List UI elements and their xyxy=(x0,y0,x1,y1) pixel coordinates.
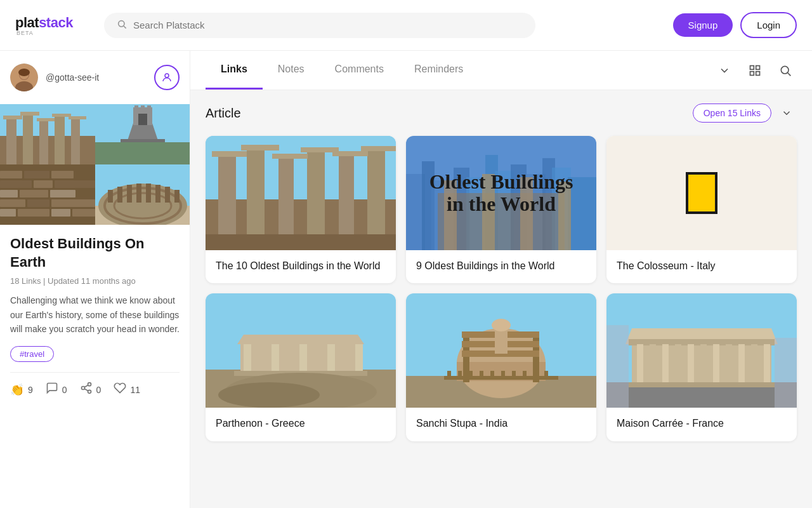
svg-rect-53 xyxy=(117,187,122,203)
likes-action[interactable]: 11 xyxy=(114,382,140,398)
card-4-body: Parthenon - Greece xyxy=(206,408,396,441)
svg-rect-85 xyxy=(206,234,396,250)
claps-count: 9 xyxy=(28,385,33,395)
sidebar-description: Challenging what we think we know about … xyxy=(0,293,190,346)
comments-action[interactable]: 0 xyxy=(46,382,67,398)
open-links-button[interactable]: Open 15 Links xyxy=(693,104,771,123)
svg-rect-160 xyxy=(606,325,629,408)
beta-badge: BETA xyxy=(16,30,34,36)
svg-marker-106 xyxy=(237,335,364,344)
svg-point-7 xyxy=(165,74,169,77)
svg-rect-136 xyxy=(480,371,483,380)
logo[interactable]: platstack BETA xyxy=(15,15,91,36)
svg-rect-152 xyxy=(688,344,694,384)
national-geo-logo xyxy=(686,172,717,214)
svg-rect-148 xyxy=(637,344,643,384)
tab-notes[interactable]: Notes xyxy=(263,51,320,90)
svg-rect-115 xyxy=(341,344,349,371)
content-header: Links Notes Comments Reminders xyxy=(190,51,812,90)
card-2-image: Oldest Buildingsin the World xyxy=(406,136,596,250)
card-1[interactable]: The 10 Oldest Buildings in the World xyxy=(206,136,396,283)
search-content-button[interactable] xyxy=(774,59,797,82)
svg-rect-52 xyxy=(108,190,113,203)
tag-travel[interactable]: #travel xyxy=(10,346,54,362)
card-2-title: 9 Oldest Buildings in the World xyxy=(416,259,586,273)
tab-comments[interactable]: Comments xyxy=(320,51,399,90)
svg-rect-42 xyxy=(51,199,95,207)
content: Links Notes Comments Reminders xyxy=(190,51,812,508)
svg-rect-137 xyxy=(490,371,494,380)
card-4-image xyxy=(206,293,396,408)
svg-point-131 xyxy=(492,319,511,331)
search-icon xyxy=(117,19,127,32)
grid-view-button[interactable] xyxy=(743,59,766,82)
svg-rect-33 xyxy=(51,171,74,178)
collapse-button[interactable] xyxy=(776,103,797,123)
search-bar[interactable] xyxy=(104,13,535,38)
svg-line-64 xyxy=(84,385,88,387)
svg-rect-57 xyxy=(155,185,160,203)
svg-rect-156 xyxy=(738,344,745,384)
svg-rect-83 xyxy=(332,151,368,156)
login-button[interactable]: Login xyxy=(740,12,797,38)
svg-rect-113 xyxy=(313,344,321,371)
svg-rect-151 xyxy=(675,344,681,384)
card-5[interactable]: Sanchi Stupa - India xyxy=(406,293,596,441)
sidebar-meta: 18 Links | Updated 11 months ago xyxy=(0,276,190,293)
svg-rect-46 xyxy=(72,209,95,217)
search-input[interactable] xyxy=(133,20,523,30)
svg-rect-150 xyxy=(662,344,669,384)
svg-rect-21 xyxy=(95,142,190,164)
svg-rect-38 xyxy=(20,190,48,197)
user-profile-button[interactable] xyxy=(154,65,180,90)
sidebar-img-stone xyxy=(0,164,95,225)
svg-rect-24 xyxy=(134,105,138,110)
comment-icon xyxy=(46,382,58,398)
svg-rect-142 xyxy=(544,371,548,380)
svg-point-61 xyxy=(81,387,84,390)
card-2[interactable]: Oldest Buildingsin the World 9 Oldest Bu… xyxy=(406,136,596,283)
card-1-title: The 10 Oldest Buildings in the World xyxy=(216,259,386,273)
svg-rect-32 xyxy=(24,171,49,178)
svg-line-1 xyxy=(124,26,126,29)
card-3[interactable]: The Colosseum - Italy xyxy=(606,136,797,283)
svg-rect-56 xyxy=(146,184,151,203)
filter-dropdown-button[interactable] xyxy=(713,59,736,82)
svg-rect-159 xyxy=(629,382,775,387)
svg-rect-43 xyxy=(0,209,16,217)
svg-point-69 xyxy=(781,66,789,74)
svg-rect-10 xyxy=(6,117,16,164)
tabs: Links Notes Comments Reminders xyxy=(206,51,713,90)
svg-rect-31 xyxy=(0,171,22,178)
username: @gotta-see-it xyxy=(46,72,147,83)
article-section-title: Article xyxy=(206,106,241,121)
card-6[interactable]: Maison Carrée - France xyxy=(606,293,797,441)
svg-rect-16 xyxy=(20,112,39,116)
tab-links[interactable]: Links xyxy=(206,51,263,90)
svg-rect-161 xyxy=(775,338,797,408)
svg-rect-157 xyxy=(751,344,757,384)
card-4[interactable]: Parthenon - Greece xyxy=(206,293,396,441)
svg-point-62 xyxy=(88,391,91,394)
svg-rect-149 xyxy=(650,344,656,384)
svg-point-6 xyxy=(18,69,30,76)
svg-rect-110 xyxy=(272,344,279,371)
claps-action[interactable]: 👏 9 xyxy=(10,383,33,397)
svg-rect-153 xyxy=(700,344,707,384)
tab-actions xyxy=(713,59,797,82)
sidebar-user: @gotta-see-it xyxy=(0,51,190,104)
signup-button[interactable]: Signup xyxy=(673,13,733,37)
svg-point-60 xyxy=(88,383,91,386)
sidebar-collection-title: Oldest Buildings On Earth xyxy=(0,225,190,276)
svg-rect-13 xyxy=(55,116,65,164)
shares-action[interactable]: 0 xyxy=(80,382,102,398)
svg-rect-141 xyxy=(534,371,537,380)
svg-rect-114 xyxy=(327,344,335,371)
main-layout: @gotta-see-it xyxy=(0,51,812,508)
tab-reminders[interactable]: Reminders xyxy=(399,51,478,90)
article-section: Article Open 15 Links xyxy=(190,90,812,454)
svg-rect-14 xyxy=(71,118,80,164)
svg-rect-108 xyxy=(244,344,251,371)
card-1-image xyxy=(206,136,396,250)
svg-rect-55 xyxy=(136,184,141,203)
